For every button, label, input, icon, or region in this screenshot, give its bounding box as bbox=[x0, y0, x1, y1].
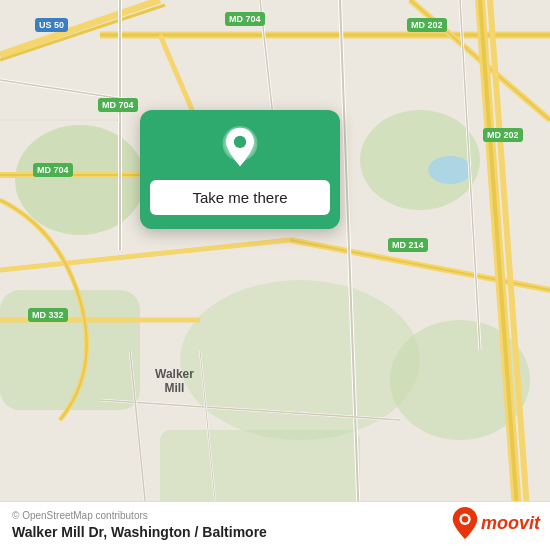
walker-mill-area-label: WalkerMill bbox=[155, 367, 194, 395]
md214-label: MD 214 bbox=[388, 238, 428, 252]
md704-left-label: MD 704 bbox=[33, 163, 73, 177]
md202-right-label: MD 202 bbox=[483, 128, 523, 142]
svg-point-1 bbox=[15, 125, 145, 235]
md332-label: MD 332 bbox=[28, 308, 68, 322]
md704-top-label: MD 704 bbox=[225, 12, 265, 26]
svg-point-7 bbox=[428, 156, 472, 184]
map-background bbox=[0, 0, 550, 550]
moovit-pin-icon bbox=[451, 506, 479, 540]
popup-card: Take me there bbox=[140, 110, 340, 229]
svg-rect-3 bbox=[0, 290, 140, 410]
md704-mid-label: MD 704 bbox=[98, 98, 138, 112]
svg-point-44 bbox=[234, 136, 246, 148]
moovit-text: moovit bbox=[481, 513, 540, 534]
us50-label: US 50 bbox=[35, 18, 68, 32]
svg-point-4 bbox=[180, 280, 420, 440]
md202-top-label: MD 202 bbox=[407, 18, 447, 32]
take-me-there-button[interactable]: Take me there bbox=[150, 180, 330, 215]
location-pin-icon bbox=[218, 126, 262, 170]
svg-point-46 bbox=[462, 516, 469, 523]
moovit-logo: moovit bbox=[451, 506, 540, 540]
map-container: US 50 MD 704 MD 202 MD 202 MD 704 MD 704… bbox=[0, 0, 550, 550]
